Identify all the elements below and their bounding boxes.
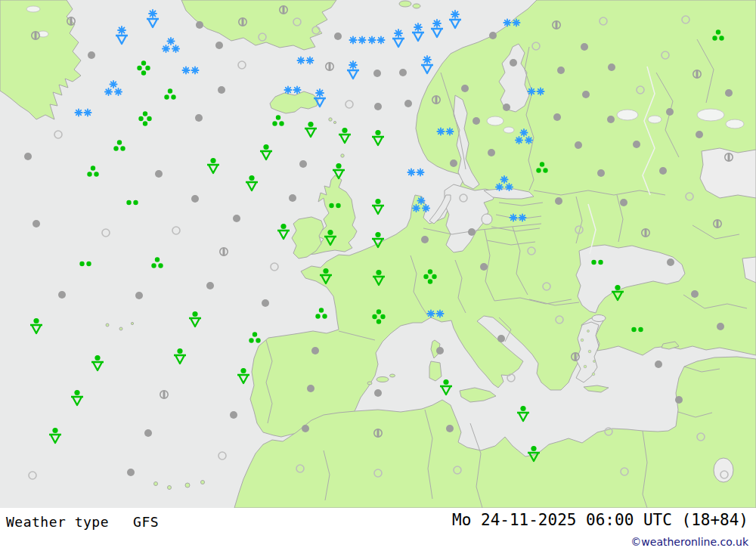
wx-cloudy: [404, 100, 412, 107]
wx-cloudy: [191, 195, 199, 203]
wx-cloudy: [633, 141, 640, 148]
wx-cloudy: [88, 51, 95, 59]
land-ibiza: [367, 382, 372, 385]
wx-cloudy: [374, 389, 382, 397]
lake-finland1: [487, 116, 503, 125]
land-sardinia: [429, 361, 442, 381]
wx-cloudy: [195, 114, 203, 122]
europe-basemap: [0, 0, 756, 508]
lake-ne2: [726, 119, 744, 128]
wx-cloudy: [461, 85, 469, 92]
wx-cloudy: [575, 141, 582, 149]
wx-cloudy: [555, 197, 562, 205]
wx-cloudy: [144, 429, 152, 437]
land-faroe2: [333, 121, 336, 123]
land-faroe: [329, 118, 332, 121]
wx-cloudy: [33, 220, 40, 227]
land-canary4: [201, 481, 205, 484]
wx-cloudy: [667, 258, 674, 266]
wx-cloudy: [299, 160, 307, 168]
wx-cloudy: [446, 425, 454, 432]
land-azores3: [131, 322, 133, 324]
product-label: Weather type: [6, 514, 109, 530]
wx-cloudy: [607, 116, 615, 123]
wx-cloudy: [230, 411, 237, 419]
wx-cloudy: [497, 335, 505, 342]
wx-cloudy: [489, 32, 497, 39]
copyright-link: ©weatheronline.co.uk: [631, 536, 748, 548]
land-canary2: [168, 486, 172, 490]
wx-cloudy: [553, 113, 561, 121]
wx-cloudy: [691, 290, 699, 298]
wx-cloudy: [480, 263, 488, 271]
footer-bar: Weather typeGFS Mo 24-11-2025 06:00 UTC …: [0, 508, 756, 554]
wx-cloudy: [127, 469, 135, 476]
wx-cloudy: [436, 347, 444, 354]
wx-cloudy: [262, 299, 269, 307]
product-title: Weather typeGFS: [6, 514, 159, 530]
wx-cloudy: [608, 63, 615, 71]
sea-marmara: [592, 315, 606, 322]
wx-cloudy: [307, 385, 314, 392]
wx-cloudy: [488, 149, 495, 156]
wx-cloudy: [597, 169, 605, 177]
land-svalbard-isle2: [413, 4, 420, 8]
wx-cloudy: [581, 43, 588, 51]
wx-cloudy: [450, 159, 457, 167]
valid-datetime: Mo 24-11-2025 06:00 UTC (18+84): [452, 511, 748, 529]
wx-cloudy: [24, 153, 32, 160]
wx-cloudy: [666, 108, 674, 116]
wx-cloudy: [675, 396, 683, 404]
wx-cloudy: [206, 282, 214, 289]
wx-cloudy: [620, 199, 627, 206]
wx-cloudy: [311, 347, 319, 354]
wx-cloudy: [233, 215, 240, 222]
weather-map: [0, 0, 756, 508]
wx-cloudy: [582, 91, 590, 98]
wx-cloudy: [399, 69, 407, 76]
wx-cloudy: [468, 228, 476, 236]
wx-cloudy: [334, 32, 342, 40]
land-shetland: [341, 154, 344, 157]
land-canary1: [154, 482, 158, 486]
wx-cloudy: [58, 291, 66, 299]
wx-cloudy: [302, 425, 309, 432]
lake-ne1: [697, 109, 724, 121]
wx-cloudy: [374, 103, 382, 110]
ice-greenland1: [26, 6, 40, 12]
wx-cloudy: [155, 170, 163, 178]
wx-cloudy: [659, 167, 667, 175]
wx-cloudy: [557, 67, 565, 74]
weather-map-page: Weather typeGFS Mo 24-11-2025 06:00 UTC …: [0, 0, 756, 554]
land-azores1: [106, 323, 109, 327]
land-canary3: [185, 483, 190, 487]
wx-cloudy: [503, 104, 510, 111]
wx-cloudy: [717, 323, 724, 330]
lake-onega: [648, 116, 662, 123]
sea-gulf-of-riga: [482, 214, 492, 224]
wx-cloudy: [215, 42, 223, 49]
lake-finland2: [503, 127, 514, 133]
model-label: GFS: [133, 514, 159, 530]
wx-cloudy: [472, 117, 480, 125]
wx-cloudy: [696, 131, 703, 138]
land-azores2: [119, 327, 122, 330]
wx-cloudy: [135, 292, 143, 299]
land-menorca: [390, 374, 395, 377]
lake-ladoga: [617, 110, 638, 120]
wx-cloudy: [421, 236, 429, 243]
land-mallorca: [376, 377, 389, 382]
wx-cloudy: [196, 21, 203, 29]
wx-cloudy: [373, 70, 381, 77]
wx-cloudy: [725, 89, 733, 97]
wx-cloudy: [655, 361, 662, 368]
land-svalbard-isle: [399, 1, 411, 7]
wx-cloudy: [510, 59, 517, 67]
wx-cloudy: [289, 194, 296, 202]
wx-cloudy: [218, 86, 225, 94]
